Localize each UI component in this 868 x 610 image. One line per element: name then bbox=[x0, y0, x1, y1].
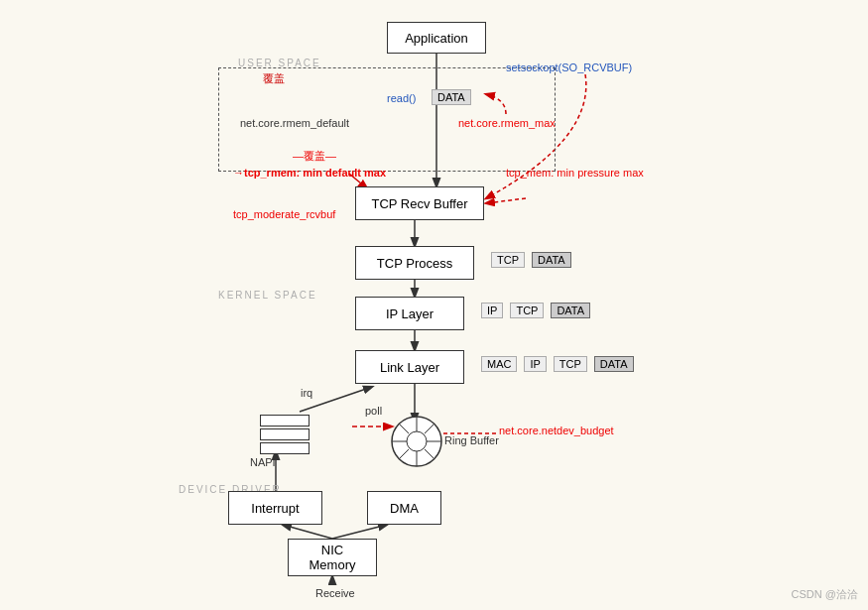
ip-layer-box: IP Layer bbox=[355, 297, 464, 330]
rmem-default-label: net.core.rmem_default bbox=[240, 117, 349, 129]
read-label: read() bbox=[387, 92, 416, 104]
user-space-label: USER SPACE bbox=[238, 58, 321, 68]
svg-point-15 bbox=[407, 431, 427, 451]
svg-line-8 bbox=[283, 525, 332, 539]
application-label: Application bbox=[405, 31, 468, 46]
kernel-space-label: KERNEL SPACE bbox=[218, 290, 317, 301]
mac-ip-tcp-data-tags: MAC IP TCP DATA bbox=[478, 356, 634, 372]
tcp-mem-label: tcp_mem: min pressure max bbox=[506, 167, 644, 179]
irq-label: irq bbox=[301, 387, 312, 399]
dma-label: DMA bbox=[390, 501, 419, 516]
overwrite1-label: 覆盖 bbox=[263, 71, 285, 86]
link-layer-label: Link Layer bbox=[380, 360, 439, 375]
data-tag-read: DATA bbox=[432, 89, 471, 105]
svg-line-9 bbox=[332, 525, 387, 539]
ring-buffer-label: Ring Buffer bbox=[444, 434, 499, 446]
svg-line-11 bbox=[486, 198, 526, 203]
ip-tcp-data-tags: IP TCP DATA bbox=[478, 303, 590, 318]
tcp-moderate-label: tcp_moderate_rcvbuf bbox=[233, 208, 335, 220]
tcp-tag-process: TCP DATA bbox=[488, 252, 571, 268]
netdev-budget-label: net.core.netdev_budget bbox=[499, 425, 614, 436]
receive-label: Receive bbox=[315, 587, 355, 599]
tcp-recv-buffer-box: TCP Recv Buffer bbox=[355, 186, 484, 220]
diagram: USER SPACE KERNEL SPACE DEVICE DRIVER Ap… bbox=[0, 0, 868, 610]
napi-label: NAPI bbox=[250, 456, 276, 468]
interrupt-label: Interrupt bbox=[251, 501, 299, 516]
link-layer-box: Link Layer bbox=[355, 350, 464, 384]
nic-memory-box: NIC Memory bbox=[288, 539, 377, 576]
ip-layer-label: IP Layer bbox=[386, 306, 434, 321]
tcp-recv-buffer-label: TCP Recv Buffer bbox=[371, 196, 467, 211]
rmem-max-label: net.core.rmem_max bbox=[458, 117, 556, 129]
tcp-process-box: TCP Process bbox=[355, 246, 474, 280]
napi-stack bbox=[260, 415, 310, 456]
dma-box: DMA bbox=[367, 491, 441, 525]
watermark: CSDN @洽洽 bbox=[792, 587, 858, 602]
tcp-rmem-label: →tcp_rmem: min default max bbox=[233, 167, 386, 179]
overwrite2-label: —覆盖— bbox=[293, 149, 336, 164]
tcp-process-label: TCP Process bbox=[377, 256, 452, 271]
nic-memory-label: NIC Memory bbox=[310, 543, 356, 572]
application-box: Application bbox=[387, 22, 486, 54]
interrupt-box: Interrupt bbox=[228, 491, 322, 525]
setsockopt-label: setsockopt(SO_RCVBUF) bbox=[506, 61, 632, 73]
